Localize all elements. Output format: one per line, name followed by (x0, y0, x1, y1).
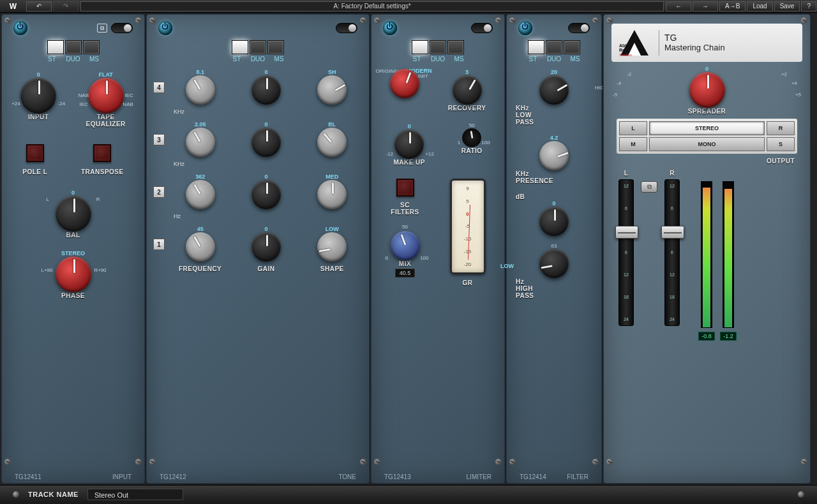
hz-label: Hz (174, 213, 365, 219)
filter-mode-st[interactable] (528, 40, 544, 54)
monitor-r-button[interactable]: R (767, 121, 795, 135)
bal-label: BAL (66, 232, 80, 239)
track-name-field[interactable]: Stereo Out (87, 489, 183, 500)
fader-l-cap[interactable] (615, 226, 638, 239)
filter-bypass-toggle[interactable] (568, 23, 590, 33)
output-meter-r: 0-5-10-15-20-25-30-40-50-60 (723, 181, 734, 328)
sc-filters-button[interactable] (396, 179, 414, 196)
recovery-knob[interactable] (453, 75, 482, 105)
band-4-shape-knob[interactable] (317, 75, 347, 105)
redo-button[interactable]: ↷ (53, 1, 79, 11)
band-3-freq-knob[interactable] (186, 128, 215, 157)
next-preset-button[interactable]: → (693, 1, 718, 11)
presence-knob[interactable] (539, 141, 569, 170)
band-1-shape-knob[interactable] (317, 232, 347, 262)
limiter-mode-st[interactable] (412, 40, 428, 54)
band-4-enable-button[interactable]: 4 (153, 82, 165, 93)
input-mode-duo[interactable] (65, 40, 82, 54)
tape-eq-value: FLAT (99, 71, 113, 78)
spreader-label: SPREADER (688, 108, 726, 115)
ratio-knob[interactable] (462, 128, 481, 147)
input-link-icon[interactable]: ⧉ (97, 24, 107, 33)
input-bypass-toggle[interactable] (111, 23, 133, 33)
band-2-enable-button[interactable]: 2 (153, 186, 165, 198)
tone-mode-ms[interactable] (267, 40, 284, 54)
monitor-stereo-button[interactable]: STEREO (649, 121, 765, 135)
db-knob[interactable] (539, 207, 569, 236)
monitor-s-button[interactable]: S (767, 137, 795, 151)
band-3-gain-knob[interactable] (251, 128, 281, 157)
band-4-freq-value: 8.1 (196, 69, 204, 75)
tone-power-button[interactable] (158, 21, 172, 35)
band-1-gain-knob[interactable] (251, 232, 281, 262)
filter-power-button[interactable] (518, 21, 532, 35)
band-1-gain-value: 0 (264, 226, 267, 232)
band-1-freq-knob[interactable] (186, 232, 215, 262)
highpass-knob[interactable] (539, 249, 569, 278)
band-2-shape-knob[interactable] (317, 180, 347, 209)
filter-mode-duo[interactable] (546, 40, 562, 54)
filter-mode-ms[interactable] (564, 40, 580, 54)
mix-readout: 40.5 (395, 269, 416, 278)
tone-mode-st[interactable] (232, 40, 248, 54)
tone-module: STDUOMS 4 8.1 0 SH KHz 3 2.05 0 BL K (146, 14, 370, 484)
ratio-label: RATIO (461, 147, 483, 154)
band-4-freq-knob[interactable] (186, 75, 215, 105)
tone-band-2: 2 362 0 MED (167, 174, 365, 209)
makeup-value: 0 (408, 123, 411, 130)
input-gain-knob[interactable] (20, 78, 56, 114)
pole-l-label: POLE L (22, 168, 47, 175)
fader-r-cap[interactable] (661, 226, 684, 239)
limiter-mode-duo[interactable] (430, 40, 446, 54)
mix-knob[interactable] (391, 231, 420, 260)
input-gain-value: 0 (37, 71, 40, 78)
limiter-power-button[interactable] (383, 21, 397, 35)
tone-model: TG12412 (160, 473, 186, 480)
undo-button[interactable]: ↶ (26, 1, 52, 11)
band-3-freq-value: 2.05 (195, 121, 206, 128)
tone-bypass-toggle[interactable] (336, 23, 357, 33)
preset-display[interactable]: A: Factory Default settings* (80, 1, 664, 11)
band-4-gain-knob[interactable] (251, 75, 281, 105)
ab-compare-button[interactable]: A→B (719, 1, 746, 11)
tone-shape-header: SHAPE (303, 265, 361, 272)
db-value: 0 (552, 200, 555, 207)
monitor-mono-button[interactable]: MONO (649, 137, 765, 151)
input-power-button[interactable] (13, 21, 27, 35)
band-1-enable-button[interactable]: 1 (153, 239, 165, 250)
phase-value: STEREO (61, 250, 85, 256)
save-button[interactable]: Save (774, 1, 800, 11)
band-2-gain-knob[interactable] (251, 180, 281, 209)
recovery-value: 3 (465, 69, 468, 75)
phase-knob[interactable] (56, 256, 91, 292)
bal-knob[interactable] (56, 196, 91, 232)
limiter-bypass-toggle[interactable] (471, 23, 493, 33)
transpose-button[interactable] (93, 144, 111, 162)
makeup-knob[interactable] (394, 130, 424, 159)
tape-eq-knob[interactable] (88, 78, 124, 114)
help-button[interactable]: ? (801, 1, 816, 11)
output-module: AbbeyRoadStudios TG Mastering Chain 0 -2… (603, 14, 811, 484)
limiter-mode-ms[interactable] (447, 40, 464, 54)
input-mode-st[interactable] (47, 40, 64, 54)
tone-freq-header: FREQUENCY (172, 265, 229, 272)
band-4-shape-value: SH (328, 69, 336, 75)
prev-preset-button[interactable]: ← (666, 1, 691, 11)
band-3-shape-knob[interactable] (317, 128, 347, 157)
input-mode-ms[interactable] (83, 40, 100, 54)
screw-icon (13, 491, 19, 498)
lowpass-knob[interactable] (539, 75, 569, 105)
pole-l-button[interactable] (26, 144, 44, 162)
input-gain-label: INPUT (28, 114, 49, 121)
load-button[interactable]: Load (747, 1, 772, 11)
band-3-enable-button[interactable]: 3 (153, 134, 165, 145)
tone-mode-duo[interactable] (250, 40, 266, 54)
band-2-freq-knob[interactable] (186, 180, 215, 209)
fader-link-button[interactable]: ⧉ (641, 181, 657, 193)
limiter-mode-knob[interactable] (390, 69, 419, 98)
output-meter-r-value: -1.2 (720, 332, 737, 341)
filter-model: TG12414 (520, 473, 546, 480)
monitor-m-button[interactable]: M (619, 137, 647, 151)
monitor-l-button[interactable]: L (619, 121, 647, 135)
spreader-knob[interactable] (689, 72, 725, 108)
